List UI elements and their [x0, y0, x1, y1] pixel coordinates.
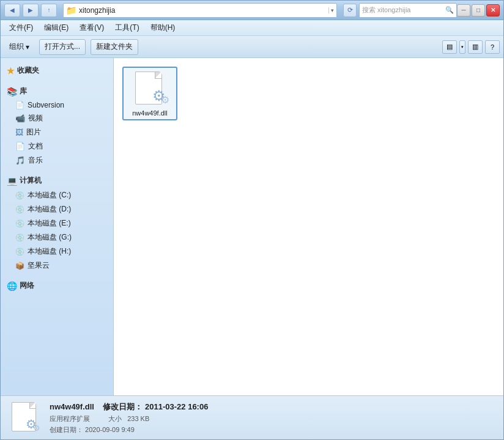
- drive-d-icon: 💿: [15, 205, 24, 214]
- docs-icon: 📄: [15, 142, 25, 151]
- network-header[interactable]: 🌐 网络: [1, 278, 113, 293]
- drive-e-label: 本地磁盘 (E:): [28, 218, 71, 229]
- subversion-icon: 📄: [15, 101, 24, 109]
- folder-icon: 📁: [66, 6, 76, 15]
- gear-small-icon: ⚙: [161, 94, 169, 106]
- sidebar-item-docs[interactable]: 📄 文档: [1, 139, 113, 153]
- menu-edit[interactable]: 编辑(E): [39, 21, 73, 35]
- pane-button[interactable]: ▥: [468, 40, 483, 54]
- sidebar-item-label-images: 图片: [26, 127, 41, 138]
- menu-bar: 文件(F) 编辑(E) 查看(V) 工具(T) 帮助(H): [1, 20, 503, 36]
- sidebar-item-label-music: 音乐: [28, 155, 43, 166]
- sidebar-divider-1: [1, 81, 113, 81]
- close-button[interactable]: ✕: [486, 4, 500, 16]
- sidebar-item-label-video: 视频: [28, 113, 43, 123]
- status-created-label: 创建日期：: [50, 426, 83, 433]
- open-with-button[interactable]: 打开方式...: [39, 39, 86, 55]
- images-icon: 🖼: [15, 128, 23, 137]
- up-button[interactable]: ↑: [41, 4, 57, 17]
- status-row3: 创建日期： 2020-09-09 9:49: [50, 425, 208, 435]
- drive-g-label: 本地磁盘 (G:): [28, 232, 72, 243]
- library-header[interactable]: 📚 库: [1, 84, 113, 99]
- minimize-button[interactable]: ─: [457, 4, 470, 16]
- pane-icon: ▥: [472, 43, 478, 51]
- status-created-value: 2020-09-09 9:49: [85, 426, 135, 433]
- sidebar-item-music[interactable]: 🎵 音乐: [1, 153, 113, 167]
- back-button[interactable]: ◀: [4, 4, 20, 17]
- library-icon: 📚: [7, 87, 17, 97]
- toolbar: 组织 ▾ 打开方式... 新建文件夹 ▤ ▾ ▥ ?: [1, 36, 503, 58]
- drive-d-label: 本地磁盘 (D:): [28, 204, 71, 215]
- search-bar[interactable]: 搜索 xitongzhijia 🔍: [359, 3, 457, 18]
- sidebar-item-video[interactable]: 📹 视频: [1, 111, 113, 125]
- drive-c-icon: 💿: [15, 191, 24, 200]
- search-placeholder: 搜索 xitongzhijia: [362, 6, 445, 15]
- favorites-header: ★ 收藏夹: [1, 63, 113, 78]
- help-icon: ?: [491, 43, 494, 51]
- address-dropdown[interactable]: ▾: [328, 7, 334, 13]
- refresh-button[interactable]: ⟳: [343, 4, 357, 17]
- sidebar: ★ 收藏夹 📚 库 📄 Subversion 📹 视频 🖼 图片 📄: [1, 58, 114, 395]
- drive-e-icon: 💿: [15, 219, 24, 228]
- file-area: ⚙ ⚙ nw4w49f.dll: [114, 58, 503, 395]
- status-type-label: 应用程序扩展: [50, 414, 90, 424]
- menu-file[interactable]: 文件(F): [4, 21, 38, 35]
- menu-help[interactable]: 帮助(H): [146, 21, 180, 35]
- network-icon: 🌐: [7, 281, 17, 291]
- status-filename: nw4w49f.dll 修改日期： 2011-03-22 16:06: [50, 402, 208, 413]
- view-mode-icon: ▤: [447, 43, 453, 51]
- drive-h-label: 本地磁盘 (H:): [28, 246, 71, 257]
- status-row2: 应用程序扩展 大小 233 KB: [50, 414, 208, 424]
- menu-tools[interactable]: 工具(T): [110, 21, 144, 35]
- computer-icon: 💻: [7, 176, 17, 186]
- menu-view[interactable]: 查看(V): [75, 21, 109, 35]
- sidebar-item-drive-g[interactable]: 💿 本地磁盘 (G:): [1, 230, 113, 244]
- jianguoyun-icon: 📦: [15, 262, 24, 270]
- status-filename-text: nw4w49f.dll: [50, 402, 94, 411]
- help-button[interactable]: ?: [485, 40, 500, 54]
- new-folder-button[interactable]: 新建文件夹: [91, 39, 138, 55]
- organize-label: 组织: [9, 42, 24, 52]
- maximize-button[interactable]: □: [472, 4, 485, 16]
- address-bar: 📁 xitongzhijia ▾: [63, 3, 337, 18]
- sidebar-item-subversion[interactable]: 📄 Subversion: [1, 99, 113, 111]
- sidebar-item-drive-c[interactable]: 💿 本地磁盘 (C:): [1, 188, 113, 202]
- organize-button[interactable]: 组织 ▾: [4, 39, 34, 55]
- network-label: 网络: [20, 280, 34, 291]
- view-mode-button[interactable]: ▤: [442, 40, 457, 54]
- address-text: xitongzhijia: [79, 6, 326, 15]
- search-icon[interactable]: 🔍: [445, 6, 454, 14]
- video-icon: 📹: [15, 114, 25, 123]
- status-modified-label: 修改日期：: [103, 402, 143, 411]
- library-label: 库: [20, 86, 27, 97]
- sidebar-item-images[interactable]: 🖼 图片: [1, 125, 113, 139]
- title-bar: ◀ ▶ ↑ 📁 xitongzhijia ▾ ⟳ 搜索 xitongzhijia…: [1, 1, 503, 20]
- sidebar-item-label-subversion: Subversion: [28, 101, 64, 109]
- new-folder-label: 新建文件夹: [96, 42, 133, 52]
- sidebar-item-drive-e[interactable]: 💿 本地磁盘 (E:): [1, 216, 113, 230]
- view-dropdown-button[interactable]: ▾: [459, 40, 465, 54]
- sidebar-divider-3: [1, 275, 113, 276]
- file-label: nw4w49f.dll: [132, 109, 167, 117]
- organize-arrow: ▾: [26, 43, 29, 51]
- drive-c-label: 本地磁盘 (C:): [28, 190, 71, 200]
- window: ◀ ▶ ↑ 📁 xitongzhijia ▾ ⟳ 搜索 xitongzhijia…: [0, 0, 504, 440]
- status-size: 大小 233 KB: [108, 414, 149, 424]
- sidebar-item-jianguoyun[interactable]: 📦 坚果云: [1, 258, 113, 273]
- status-modified-value: 2011-03-22 16:06: [145, 402, 208, 411]
- file-item-dll[interactable]: ⚙ ⚙ nw4w49f.dll: [122, 67, 177, 120]
- favorites-label: 收藏夹: [17, 65, 39, 76]
- status-file-icon: ⚙ ⚙: [10, 402, 40, 434]
- jianguoyun-label: 坚果云: [28, 260, 50, 271]
- sidebar-divider-2: [1, 170, 113, 170]
- forward-button[interactable]: ▶: [23, 4, 39, 17]
- computer-label: 计算机: [20, 175, 42, 186]
- music-icon: 🎵: [15, 156, 25, 165]
- sidebar-item-drive-h[interactable]: 💿 本地磁盘 (H:): [1, 244, 113, 258]
- view-dropdown-arrow: ▾: [461, 45, 464, 50]
- computer-header[interactable]: 💻 计算机: [1, 173, 113, 188]
- sidebar-item-label-docs: 文档: [28, 141, 43, 152]
- sidebar-item-drive-d[interactable]: 💿 本地磁盘 (D:): [1, 202, 113, 216]
- drive-h-icon: 💿: [15, 248, 24, 256]
- title-bar-left: ◀ ▶ ↑ 📁 xitongzhijia ▾ ⟳ 搜索 xitongzhijia…: [4, 3, 457, 18]
